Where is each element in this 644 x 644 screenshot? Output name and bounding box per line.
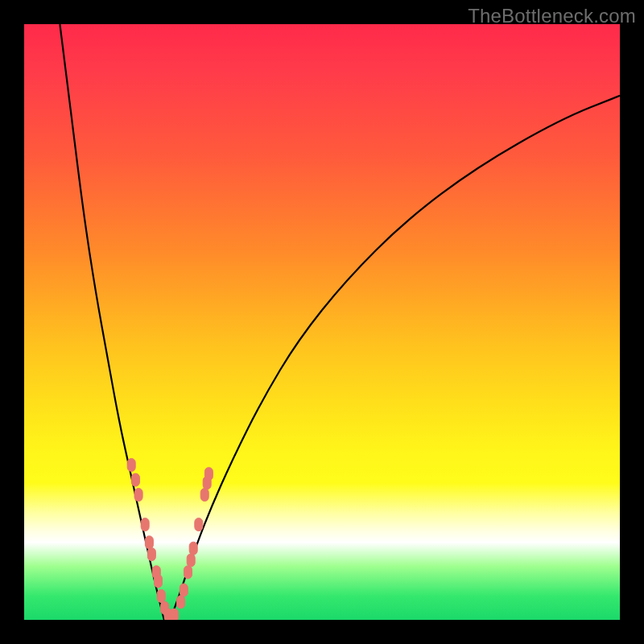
data-points [127,459,213,620]
data-point [177,596,185,609]
data-point [195,518,203,531]
data-point [134,489,142,502]
right-curve [170,96,620,620]
data-point [204,468,213,481]
data-point [145,536,153,549]
data-point [200,489,208,502]
chart-svg [24,24,620,620]
data-point [171,609,179,620]
data-point [187,554,195,567]
data-point [189,542,197,555]
data-point [131,473,139,486]
data-point [180,584,188,597]
data-point [147,548,155,561]
data-point [141,518,149,531]
data-point [127,459,135,472]
plot-area [24,24,620,620]
chart-frame: TheBottleneck.com [0,0,644,644]
data-point [184,566,192,579]
left-curve [60,24,164,620]
data-point [157,589,165,602]
data-point [155,575,163,588]
